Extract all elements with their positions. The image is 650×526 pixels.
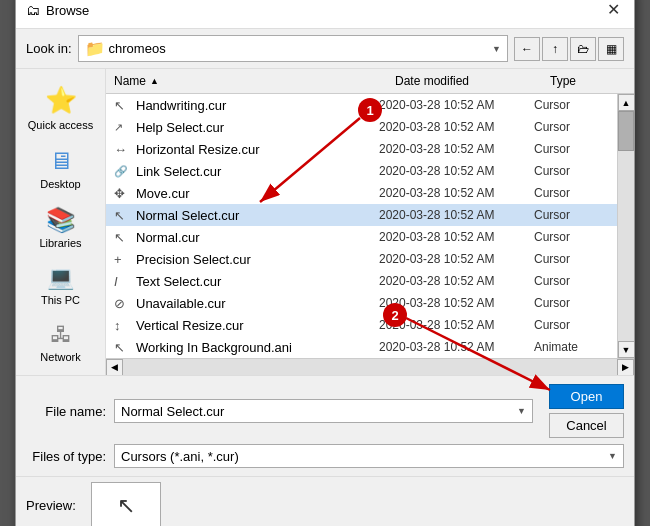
- libraries-icon: 📚: [46, 206, 76, 234]
- preview-label: Preview:: [26, 498, 81, 513]
- file-type: Cursor: [534, 142, 609, 156]
- file-icon: 🔗: [114, 165, 132, 178]
- hscroll-right-button[interactable]: ▶: [617, 359, 634, 376]
- file-icon: ↖: [114, 98, 132, 113]
- open-button[interactable]: Open: [549, 384, 624, 409]
- table-row[interactable]: ↔ Horizontal Resize.cur 2020-03-28 10:52…: [106, 138, 617, 160]
- close-button[interactable]: ✕: [603, 0, 624, 20]
- look-in-select[interactable]: 📁 chromeos ▼: [78, 35, 508, 62]
- file-date: 2020-03-28 10:52 AM: [379, 208, 534, 222]
- sidebar-item-libraries[interactable]: 📚 Libraries: [21, 200, 101, 255]
- sidebar-item-label-libraries: Libraries: [39, 237, 81, 249]
- column-header-date[interactable]: Date modified: [387, 72, 542, 90]
- table-row[interactable]: + Precision Select.cur 2020-03-28 10:52 …: [106, 248, 617, 270]
- dialog-title: Browse: [46, 3, 89, 18]
- sidebar-item-label-network: Network: [40, 351, 80, 363]
- dialog-icon: 🗂: [26, 2, 40, 18]
- file-date: 2020-03-28 10:52 AM: [379, 186, 534, 200]
- file-name: Working In Background.ani: [136, 340, 379, 355]
- file-icon: ↖: [114, 208, 132, 223]
- file-type: Cursor: [534, 296, 609, 310]
- cursor-preview: ↖: [117, 493, 135, 519]
- back-button[interactable]: ←: [514, 37, 540, 61]
- look-in-value: chromeos: [109, 41, 166, 56]
- file-type: Cursor: [534, 230, 609, 244]
- file-date: 2020-03-28 10:52 AM: [379, 164, 534, 178]
- file-name-dropdown-icon: ▼: [517, 406, 526, 416]
- sidebar-item-this-pc[interactable]: 💻 This PC: [21, 259, 101, 312]
- table-row[interactable]: ↕ Vertical Resize.cur 2020-03-28 10:52 A…: [106, 314, 617, 336]
- file-list[interactable]: ↖ Handwriting.cur 2020-03-28 10:52 AM Cu…: [106, 94, 617, 358]
- file-name: Link Select.cur: [136, 164, 379, 179]
- file-icon: ⊘: [114, 296, 132, 311]
- file-date: 2020-03-28 10:52 AM: [379, 230, 534, 244]
- sidebar-item-network[interactable]: 🖧 Network: [21, 316, 101, 369]
- chevron-down-icon: ▼: [492, 44, 501, 54]
- file-icon: ↕: [114, 318, 132, 333]
- sidebar-item-desktop[interactable]: 🖥 Desktop: [21, 141, 101, 196]
- file-area-wrapper: Name ▲ Date modified Type ↖ Handwriti: [106, 69, 634, 375]
- file-type: Cursor: [534, 274, 609, 288]
- table-row[interactable]: I Text Select.cur 2020-03-28 10:52 AM Cu…: [106, 270, 617, 292]
- file-name: Help Select.cur: [136, 120, 379, 135]
- file-date: 2020-03-28 10:52 AM: [379, 318, 534, 332]
- file-list-header: Name ▲ Date modified Type: [106, 69, 634, 94]
- toolbar-buttons: ← ↑ 🗁 ▦: [514, 37, 624, 61]
- hscroll-track[interactable]: [123, 359, 617, 375]
- file-type: Cursor: [534, 120, 609, 134]
- toolbar: Look in: 📁 chromeos ▼ ← ↑ 🗁 ▦: [16, 29, 634, 69]
- preview-area: Preview: ↖: [16, 476, 634, 526]
- file-name: Horizontal Resize.cur: [136, 142, 379, 157]
- files-of-type-input[interactable]: Cursors (*.ani, *.cur) ▼: [114, 444, 624, 468]
- cancel-button[interactable]: Cancel: [549, 413, 624, 438]
- table-row[interactable]: ✥ Move.cur 2020-03-28 10:52 AM Cursor: [106, 182, 617, 204]
- scroll-thumb[interactable]: [618, 111, 634, 151]
- file-type: Cursor: [534, 164, 609, 178]
- files-of-type-dropdown-icon: ▼: [608, 451, 617, 461]
- vertical-scrollbar[interactable]: ▲ ▼: [617, 94, 634, 358]
- look-in-label: Look in:: [26, 41, 72, 56]
- sidebar-item-label-this-pc: This PC: [41, 294, 80, 306]
- file-icon: ✥: [114, 186, 132, 201]
- files-of-type-row: Files of type: Cursors (*.ani, *.cur) ▼: [26, 444, 624, 468]
- sidebar: ⭐ Quick access 🖥 Desktop 📚 Libraries 💻 T…: [16, 69, 106, 375]
- file-type: Animate: [534, 340, 609, 354]
- file-name: Precision Select.cur: [136, 252, 379, 267]
- table-row[interactable]: ⊘ Unavailable.cur 2020-03-28 10:52 AM Cu…: [106, 292, 617, 314]
- new-folder-button[interactable]: 🗁: [570, 37, 596, 61]
- this-pc-icon: 💻: [47, 265, 74, 291]
- file-name-row: File name: Normal Select.cur ▼ Open Canc…: [26, 384, 624, 438]
- file-name: Normal.cur: [136, 230, 379, 245]
- file-date: 2020-03-28 10:52 AM: [379, 120, 534, 134]
- hscroll-left-button[interactable]: ◀: [106, 359, 123, 376]
- table-row[interactable]: ↖ Normal.cur 2020-03-28 10:52 AM Cursor: [106, 226, 617, 248]
- file-icon: ↔: [114, 142, 132, 157]
- file-name: Vertical Resize.cur: [136, 318, 379, 333]
- table-row[interactable]: ↖ Normal Select.cur 2020-03-28 10:52 AM …: [106, 204, 617, 226]
- column-header-type[interactable]: Type: [542, 72, 617, 90]
- up-icon: ↑: [552, 42, 558, 56]
- scroll-down-button[interactable]: ▼: [618, 341, 635, 358]
- preview-box: ↖: [91, 482, 161, 527]
- column-header-name[interactable]: Name ▲: [106, 72, 387, 90]
- table-row[interactable]: ↖ Working In Background.ani 2020-03-28 1…: [106, 336, 617, 358]
- back-icon: ←: [521, 42, 533, 56]
- file-icon: ↖: [114, 230, 132, 245]
- horizontal-scrollbar[interactable]: ◀ ▶: [106, 358, 634, 375]
- table-row[interactable]: ↖ Handwriting.cur 2020-03-28 10:52 AM Cu…: [106, 94, 617, 116]
- file-name-input[interactable]: Normal Select.cur ▼: [114, 399, 533, 423]
- up-button[interactable]: ↑: [542, 37, 568, 61]
- file-name-value: Normal Select.cur: [121, 404, 517, 419]
- table-row[interactable]: ↗ Help Select.cur 2020-03-28 10:52 AM Cu…: [106, 116, 617, 138]
- scroll-up-button[interactable]: ▲: [618, 94, 635, 111]
- file-date: 2020-03-28 10:52 AM: [379, 340, 534, 354]
- view-button[interactable]: ▦: [598, 37, 624, 61]
- sidebar-item-quick-access[interactable]: ⭐ Quick access: [21, 79, 101, 137]
- files-of-type-label: Files of type:: [26, 449, 106, 464]
- scroll-track[interactable]: [618, 111, 634, 341]
- file-name: Unavailable.cur: [136, 296, 379, 311]
- new-folder-icon: 🗁: [577, 42, 589, 56]
- table-row[interactable]: 🔗 Link Select.cur 2020-03-28 10:52 AM Cu…: [106, 160, 617, 182]
- main-area: ⭐ Quick access 🖥 Desktop 📚 Libraries 💻 T…: [16, 69, 634, 375]
- file-icon: +: [114, 252, 132, 267]
